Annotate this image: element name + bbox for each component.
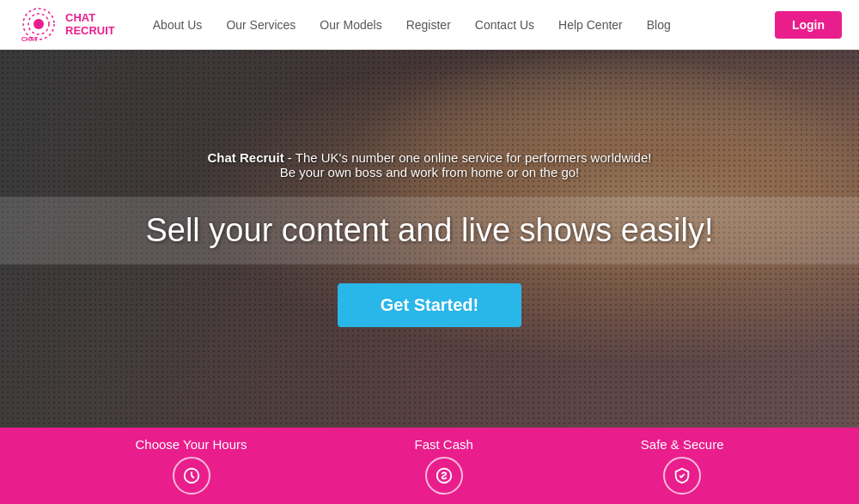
hero-tagline-sub: Be your own boss and work from home or o… [280, 165, 580, 179]
features-strip: Choose Your Hours Fast Cash Safe & Secur… [0, 428, 859, 504]
logo-icon: CHAT RECRUIT [17, 5, 60, 44]
svg-point-2 [34, 19, 44, 29]
feature-choose-hours-label: Choose Your Hours [135, 437, 247, 452]
logo-text-line2: RECRUIT [65, 25, 115, 37]
hero-tagline: Chat Recruit - The UK's number one onlin… [208, 150, 652, 179]
shield-icon [663, 457, 701, 495]
clock-icon [173, 457, 210, 495]
hero-content: Chat Recruit - The UK's number one onlin… [0, 50, 859, 428]
login-button[interactable]: Login [775, 11, 842, 39]
nav-item-help-center[interactable]: Help Center [546, 18, 635, 32]
hero-main-text-wrapper: Sell your content and live shows easily! [0, 197, 859, 264]
nav-item-about-us[interactable]: About Us [141, 18, 215, 32]
logo[interactable]: CHAT RECRUIT CHAT RECRUIT [17, 5, 115, 44]
hero-section: Chat Recruit - The UK's number one onlin… [0, 50, 859, 428]
feature-choose-hours: Choose Your Hours [135, 437, 247, 495]
money-icon [425, 457, 463, 495]
hero-brand-name: Chat Recruit [208, 150, 284, 165]
hero-tagline-rest: - The UK's number one online service for… [284, 150, 652, 165]
feature-fast-cash: Fast Cash [415, 437, 473, 495]
main-nav: About Us Our Services Our Models Registe… [141, 18, 775, 32]
nav-item-our-services[interactable]: Our Services [214, 18, 308, 32]
svg-text:RECRUIT: RECRUIT [18, 43, 46, 44]
feature-fast-cash-label: Fast Cash [415, 437, 473, 452]
nav-item-blog[interactable]: Blog [635, 18, 683, 32]
get-started-button[interactable]: Get Started! [338, 283, 521, 327]
svg-text:CHAT: CHAT [21, 36, 39, 42]
nav-item-contact-us[interactable]: Contact Us [463, 18, 546, 32]
feature-safe-secure: Safe & Secure [641, 437, 724, 495]
nav-item-register[interactable]: Register [394, 18, 463, 32]
nav-item-our-models[interactable]: Our Models [308, 18, 393, 32]
header: CHAT RECRUIT CHAT RECRUIT About Us Our S… [0, 0, 859, 50]
logo-text-line1: CHAT [65, 12, 115, 24]
hero-main-heading: Sell your content and live shows easily! [52, 212, 807, 249]
feature-safe-secure-label: Safe & Secure [641, 437, 724, 452]
